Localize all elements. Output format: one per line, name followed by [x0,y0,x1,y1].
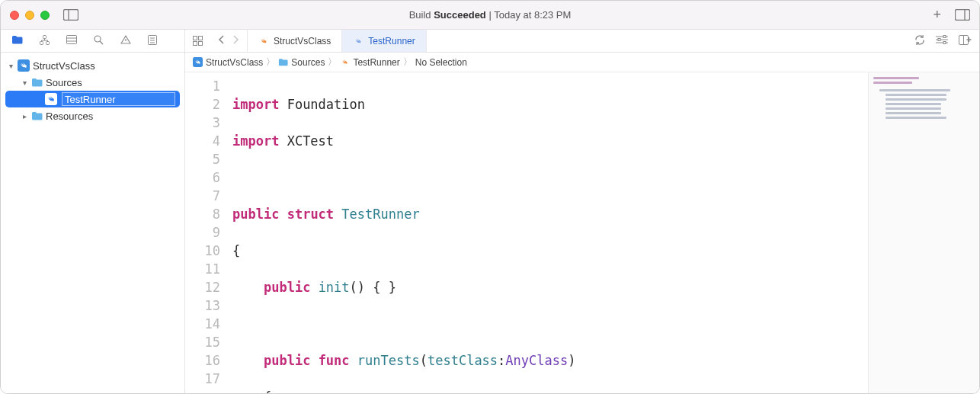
folder-label: Resources [46,111,93,122]
status-suffix: | Today at 8:23 PM [486,9,572,21]
txt: ) [568,353,575,368]
nav-forward-icon[interactable] [232,35,239,46]
svg-rect-5 [40,41,43,44]
fname: runTests [357,353,420,368]
swift-file-icon [45,93,57,105]
toggle-library-icon[interactable] [955,9,970,21]
crumb-file[interactable]: TestRunner [340,57,399,68]
close-window-button[interactable] [10,11,19,20]
find-tab-icon[interactable] [94,35,104,47]
related-items-icon[interactable] [185,30,210,52]
tab-testrunner[interactable]: TestRunner [342,30,426,52]
minimize-window-button[interactable] [25,11,34,20]
svg-rect-0 [64,10,78,21]
txt: : [498,353,505,368]
add-button[interactable]: + [933,7,941,23]
crumb-sep: 〉 [403,56,412,69]
refresh-icon[interactable] [914,35,925,47]
svg-rect-30 [943,36,946,38]
resources-folder[interactable]: ▸ Resources [1,107,184,124]
testrunner-file[interactable]: TestRunner [5,91,180,107]
line-number: 16 [185,351,220,370]
line-number: 17 [185,370,220,388]
titlebar: Build Succeeded | Today at 8:23 PM + [1,1,979,30]
crumb-sep: 〉 [328,56,337,69]
crumb-selection[interactable]: No Selection [415,57,467,68]
fname: init [319,280,350,295]
swift-file-icon [353,36,363,46]
nav-back-icon[interactable] [218,35,225,46]
txt: Foundation [279,97,365,112]
tab-label: StructVsClass [274,36,331,46]
crumb-label: No Selection [415,57,467,68]
project-tree: ▾ StructVsClass ▾ Sources TestRun [1,53,184,129]
line-number: 10 [185,242,220,260]
tab-label: TestRunner [368,36,415,46]
chevron-down-icon[interactable]: ▾ [7,62,14,70]
toggle-sidebar-icon[interactable] [63,9,78,21]
status-prefix: Build [409,9,434,21]
svg-rect-25 [194,42,197,46]
svg-rect-23 [194,37,197,40]
crumb-sources[interactable]: Sources [278,57,325,68]
svg-rect-11 [67,36,77,44]
line-number: 8 [185,205,220,223]
folder-icon [31,78,43,87]
chevron-right-icon[interactable]: ▸ [21,112,28,120]
kw: struct [287,207,334,222]
line-number: 7 [185,187,220,205]
zoom-window-button[interactable] [40,11,50,20]
swift-file-icon [258,36,269,46]
svg-point-14 [94,36,101,42]
project-name: StructVsClass [33,60,95,72]
sources-folder[interactable]: ▾ Sources [1,74,184,91]
editor-options-icon[interactable] [936,35,948,46]
file-rename-input[interactable]: TestRunner [62,92,175,106]
code-text[interactable]: import Foundation import XCTest public s… [228,72,868,393]
folder-tab-icon[interactable] [11,35,23,46]
crumb-label: Sources [291,57,325,68]
svg-rect-32 [943,42,946,44]
svg-line-15 [100,41,103,44]
code-editor[interactable]: 1 2 3 4 5 6 7 8 9 10 11 12 13 14 15 16 1 [185,72,868,393]
line-number: 5 [185,150,220,168]
param: testClass [428,353,498,368]
svg-rect-6 [46,41,50,44]
kw: public [232,207,279,222]
status-bold: Succeeded [434,9,486,21]
line-number: 15 [185,333,220,351]
chevron-down-icon[interactable]: ▾ [21,78,28,87]
project-root[interactable]: ▾ StructVsClass [1,57,184,74]
svg-rect-4 [43,35,46,38]
issues-tab-icon[interactable] [120,35,131,46]
svg-rect-24 [199,37,203,40]
line-number: 13 [185,296,220,315]
crumb-label: StructVsClass [206,57,263,68]
editor-tabbar: StructVsClass TestRunner [185,30,979,53]
line-number: 4 [185,132,220,150]
txt: { [232,243,240,258]
folder-icon [31,111,43,120]
txt: ( [420,353,428,368]
crumb-project[interactable]: StructVsClass [193,57,263,68]
add-editor-icon[interactable] [959,35,972,47]
line-number: 2 [185,95,220,114]
kw: public [264,353,310,368]
jump-bar[interactable]: StructVsClass 〉 Sources 〉 TestRunner 〉 N… [185,53,979,72]
symbol-tab-icon[interactable] [66,35,77,46]
line-number: 6 [185,168,220,187]
line-number: 9 [185,223,220,242]
svg-rect-31 [938,39,940,41]
source-control-tab-icon[interactable] [40,35,50,47]
kw: public [264,280,310,295]
line-number: 1 [185,77,220,95]
tab-structvsclass[interactable]: StructVsClass [247,30,342,52]
tests-tab-icon[interactable] [148,35,157,47]
line-number: 11 [185,260,220,278]
line-number: 3 [185,114,220,132]
line-gutter: 1 2 3 4 5 6 7 8 9 10 11 12 13 14 15 16 1 [185,72,228,393]
crumb-sep: 〉 [266,56,275,69]
file-name: TestRunner [65,94,115,105]
svg-rect-26 [199,42,203,46]
minimap[interactable] [868,72,979,393]
